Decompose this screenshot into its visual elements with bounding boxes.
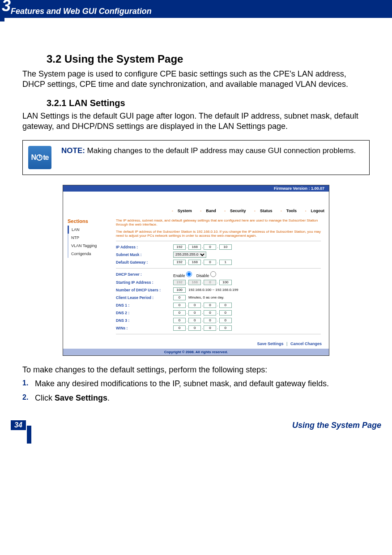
users-range: 192.168.0.100 ~ 192.168.0.199 [188, 288, 238, 292]
page-number: 34 [11, 420, 26, 430]
dns1-input[interactable]: ... [173, 303, 232, 308]
lease-input[interactable] [173, 295, 186, 300]
sidebar-item-ntp[interactable]: NTP [68, 234, 113, 242]
num-users-input[interactable] [173, 287, 186, 293]
lan-intro: LAN Settings is the default GUI page aft… [22, 111, 370, 132]
save-settings-button[interactable]: Save Settings [257, 342, 283, 346]
sidebar-item-corrigenda[interactable]: Corrigenda [68, 250, 113, 258]
note-box: Nte NOTE: Making changes to the default … [22, 140, 370, 175]
note-label: NOTE: [61, 146, 85, 155]
info-text-2: The default IP address of the Subscriber… [116, 230, 321, 238]
radio-disable[interactable]: Disable [196, 271, 216, 278]
footer-accent [27, 426, 31, 444]
label-dns2: DNS 2 : [116, 311, 173, 315]
radio-enable[interactable]: Enable [173, 271, 192, 278]
lease-suffix: Minutes, 0 as one day. [188, 295, 224, 299]
label-dns1: DNS 1 : [116, 303, 173, 307]
firmware-bar: Firmware Version : 1.00.07 [63, 185, 329, 192]
label-ip: IP Address : [116, 245, 173, 249]
menu-item-status[interactable]: ◦Status [251, 209, 272, 213]
header-accent [0, 18, 4, 21]
label-lease: Client Lease Period : [116, 295, 173, 300]
info-text-1: The IP address, subnet mask, and default… [116, 218, 321, 227]
gateway-input[interactable]: . . . [173, 260, 232, 265]
subnet-select[interactable]: 255.255.255.0 [173, 252, 206, 258]
sections-label: Sections [68, 218, 113, 224]
label-subnet: Subnet Mask : [116, 252, 173, 257]
dns3-input[interactable]: ... [173, 318, 232, 323]
note-icon: Nte [28, 146, 51, 169]
menu-item-system[interactable]: ◦System [168, 209, 192, 213]
subsection-heading: 3.2.1 LAN Settings [47, 98, 370, 108]
note-text: Making changes to the default IP address… [85, 146, 356, 155]
header-bar: 3 Features and Web GUI Configuration [0, 0, 392, 18]
label-startip: Starting IP Address : [116, 280, 173, 285]
cancel-changes-button[interactable]: Cancel Changes [290, 342, 322, 346]
step-1: 1.Make any desired modifications to the … [22, 379, 370, 389]
menu-item-tools[interactable]: ◦Tools [277, 209, 297, 213]
dns2-input[interactable]: ... [173, 310, 232, 316]
sidebar-item-vlan[interactable]: VLAN Tagging [68, 242, 113, 250]
label-dns3: DNS 3 : [116, 318, 173, 323]
header-title: Features and Web GUI Configuration [11, 7, 152, 16]
menu-item-band[interactable]: ◦Band [196, 209, 216, 213]
label-wins: WINs : [116, 326, 173, 330]
section-intro: The System page is used to configure CPE… [22, 69, 370, 90]
step-2: 2.Click Save Settings. [22, 393, 370, 403]
steps-intro: To make changes to the default settings,… [22, 365, 370, 375]
wins-input[interactable]: ... [173, 325, 232, 331]
top-menu: ◦System ◦Band ◦Security ◦Status ◦Tools ◦… [63, 205, 329, 216]
start-ip-input[interactable]: . . . [173, 280, 232, 285]
chapter-number: 3 [2, 0, 11, 15]
footer-title: Using the System Page [26, 421, 381, 430]
ip-address-input[interactable]: . . . [173, 244, 232, 250]
label-numusers: Number of DHCP Users : [116, 288, 173, 292]
copyright-bar: Copyright © 2008. All rights reserved. [63, 349, 329, 355]
menu-item-security[interactable]: ◦Security [221, 209, 246, 213]
menu-item-logout[interactable]: ◦Logout [302, 209, 324, 213]
label-gateway: Default Gateway : [116, 260, 173, 265]
lan-settings-screenshot: Firmware Version : 1.00.07 ◦System ◦Band… [63, 185, 329, 356]
section-heading: 3.2 Using the System Page [47, 53, 370, 65]
label-dhcp: DHCP Server : [116, 272, 173, 277]
sidebar-item-lan[interactable]: LAN [68, 226, 113, 234]
